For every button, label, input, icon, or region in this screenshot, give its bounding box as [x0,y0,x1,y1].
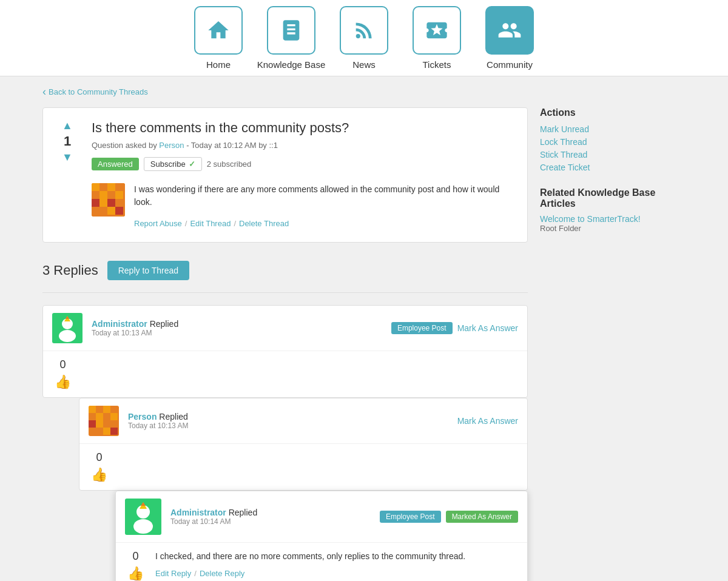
reply-2-header: Person Replied Today at 10:13 AM Mark As… [79,398,527,444]
reply-1-time: Today at 10:13 AM [92,329,382,337]
reply-1-author[interactable]: Administrator [92,319,147,329]
delete-reply-link[interactable]: Delete Reply [200,569,244,578]
reply-card-3-wrapper: Administrator Replied Today at 10:14 AM … [115,491,528,582]
tickets-label: Tickets [423,59,451,70]
reply-3-avatar-svg [125,499,161,535]
action-stick-thread[interactable]: Stick Thread [540,150,686,160]
reply-1-like-button[interactable]: 👍 [55,374,71,390]
subscribe-badge[interactable]: Subscribe ✓ [144,157,202,171]
community-icon-box [485,6,534,55]
community-label: Community [487,59,533,70]
question-author-link[interactable]: Person [159,141,184,150]
report-abuse-link[interactable]: Report Abuse [134,218,182,230]
reply-2-mark-answer-button[interactable]: Mark As Answer [457,416,518,426]
knowledge-base-icon-box [267,6,315,55]
reply-1-vote-count: 0 [59,358,66,371]
separator-2: / [234,218,236,230]
reply-card-2: Person Replied Today at 10:13 AM Mark As… [79,398,528,491]
subscribe-label: Subscribe [150,160,186,169]
back-link-top[interactable]: Back to Community Threads [42,86,148,98]
reply-2-badges: Mark As Answer [457,416,518,426]
svg-rect-2 [99,191,107,199]
nav-item-knowledge-base[interactable]: Knowledge Base [255,6,328,70]
delete-thread-link[interactable]: Delete Thread [239,218,289,230]
tickets-icon-box [413,6,461,55]
reply-2-body: 0 👍 [79,444,527,490]
action-lock-thread[interactable]: Lock Thread [540,137,686,147]
svg-point-26 [133,519,153,534]
knowledge-base-label: Knowledge Base [257,59,326,70]
reply-3-like-button[interactable]: 👍 [127,566,144,582]
reply-3-body: 0 👍 I checked, and there are no more com… [116,543,527,582]
meta-prefix: Question asked by [92,141,157,150]
reply-1-avatar [52,313,83,343]
kb-article-folder: Root Folder [540,224,686,233]
reply-3-header: Administrator Replied Today at 10:14 AM … [116,491,527,543]
reply-3-badges: Employee Post Marked As Answer [380,511,518,523]
reply-3-author[interactable]: Administrator [170,508,226,517]
reply-card-1: Administrator Replied Today at 10:13 AM … [42,305,528,398]
svg-rect-8 [115,207,123,215]
svg-rect-16 [89,406,96,413]
reply-2-action: Replied [159,412,187,421]
svg-rect-18 [103,406,110,413]
reply-1-mark-answer-button[interactable]: Mark As Answer [457,322,518,334]
svg-rect-6 [107,207,115,215]
reply-1-header: Administrator Replied Today at 10:13 AM … [43,306,527,351]
kb-title: Related Knowledge Base Articles [540,187,686,209]
svg-rect-9 [107,199,115,207]
question-box: ▲ 1 ▼ Is there comments in the community… [42,107,528,243]
action-mark-unread[interactable]: Mark Unread [540,124,686,134]
question-author-row: I was wondering if there are any more co… [92,183,515,230]
news-icon-box [340,6,388,55]
reply-3-employee-badge: Employee Post [380,511,441,523]
nav-item-community[interactable]: Community [473,6,546,70]
reply-3-actions: Edit Reply / Delete Reply [155,569,518,578]
edit-thread-link[interactable]: Edit Thread [190,218,231,230]
svg-rect-1 [92,183,99,191]
reply-2-avatar [89,406,119,436]
nav-item-home[interactable]: Home [182,6,255,70]
svg-rect-20 [96,420,103,428]
reply-2-time: Today at 10:13 AM [128,421,448,430]
reply-2-content [119,451,518,483]
svg-rect-3 [107,183,115,191]
action-create-ticket[interactable]: Create Ticket [540,163,686,172]
reply-2-meta: Person Replied Today at 10:13 AM [128,412,448,430]
question-title: Is there comments in the community posts… [92,120,515,136]
kb-article-link[interactable]: Welcome to SmarterTrack! [540,214,641,224]
community-icon [497,18,522,42]
question-body: Is there comments in the community posts… [92,120,515,230]
question-badges: Answered Subscribe ✓ 2 subscribed [92,157,515,171]
replies-count: 3 Replies [42,263,98,278]
question-text: I was wondering if there are any more co… [134,183,515,230]
reply-2-author[interactable]: Person [128,412,157,421]
reply-1-avatar-svg [52,313,83,343]
top-navigation: Home Knowledge Base News Tickets [0,0,728,76]
reply-3-avatar [125,499,161,535]
home-icon-box [194,6,243,55]
question-meta: Question asked by Person - Today at 10:1… [92,141,515,150]
reply-1-content [83,358,518,390]
nav-item-news[interactable]: News [328,6,400,70]
reply-3-vote-count: 0 [132,550,138,563]
svg-rect-19 [110,413,118,420]
svg-point-12 [59,330,76,342]
sidebar-kb: Related Knowledge Base Articles Welcome … [540,187,686,233]
edit-reply-link[interactable]: Edit Reply [155,569,191,578]
vote-up-button[interactable]: ▲ [62,120,73,131]
vote-down-button[interactable]: ▼ [62,152,73,163]
reply-3-action: Replied [229,508,257,517]
reply-to-thread-button[interactable]: Reply to Thread [107,261,189,280]
news-icon [352,18,376,42]
news-label: News [352,59,376,70]
svg-rect-7 [92,199,99,207]
avatar-pattern-svg [92,183,125,217]
reply-3-time: Today at 10:14 AM [170,517,371,526]
nav-item-tickets[interactable]: Tickets [400,6,473,70]
svg-rect-23 [110,428,118,435]
knowledge-base-icon [279,18,303,42]
page-wrapper: Back to Community Threads ▲ 1 ▼ Is there… [30,76,698,581]
reply-1-action: Replied [150,319,178,329]
reply-2-like-button[interactable]: 👍 [91,467,107,483]
